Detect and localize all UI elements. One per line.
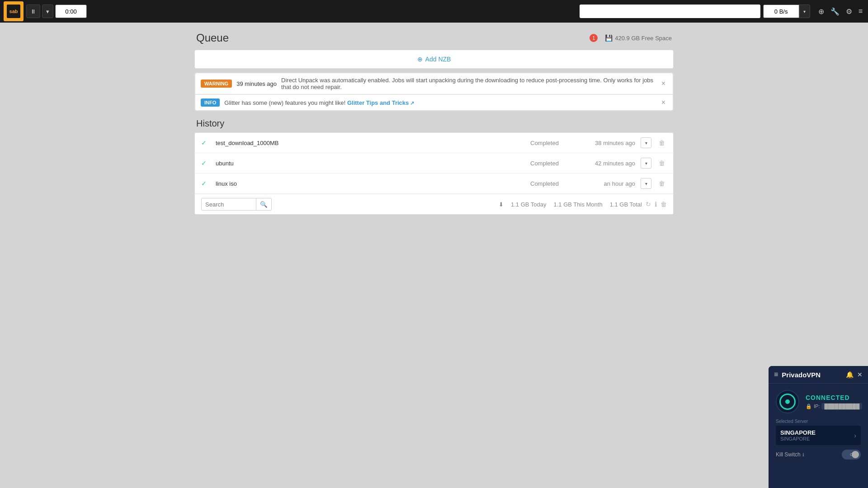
vpn-logo-dot (784, 399, 791, 405)
alert-info: INFO Glitter has some (new) features you… (195, 94, 673, 111)
history-item-status: Completed (530, 180, 576, 187)
history-item-name: ubuntu (216, 160, 525, 167)
free-space: 💾 420.9 GB Free Space (605, 34, 672, 42)
vpn-killswitch-row: Kill Switch ℹ OFF (776, 450, 861, 460)
vpn-logo (776, 390, 799, 413)
vpn-server-country: SINGAPORE (780, 436, 816, 441)
vpn-ip-row: 🔒 IP: ██████████ (806, 403, 862, 409)
history-item-time: an hour ago (581, 180, 635, 187)
vpn-menu-icon[interactable]: ≡ (774, 371, 778, 379)
add-nzb-button[interactable]: ⊕ Add NZB (200, 56, 668, 63)
history-footer: 🔍 ⬇ 1.1 GB Today 1.1 GB This Month 1.1 G… (195, 194, 673, 214)
add-nzb-icon: ⊕ (417, 56, 423, 63)
vpn-killswitch-info-icon[interactable]: ℹ (802, 452, 804, 457)
history-item-status: Completed (530, 160, 576, 167)
nav-controls: ⏸ ▾ 0:00 (26, 5, 87, 18)
alert-info-close[interactable]: × (660, 99, 667, 107)
history-item-name: linux iso (216, 180, 525, 187)
history-search-input[interactable] (202, 198, 256, 210)
alert-warning-message: Direct Unpack was automatically enabled.… (281, 77, 655, 90)
check-icon: ✓ (201, 160, 210, 167)
disk-icon: 💾 (605, 34, 613, 42)
history-row-delete[interactable]: 🗑 (657, 179, 667, 188)
vpn-ip-value: ██████████ (821, 403, 862, 409)
lock-icon: 🔒 (806, 404, 812, 409)
stat-today: ⬇ (499, 201, 504, 208)
history-item-name: test_download_1000MB (216, 140, 525, 146)
alert-info-text: Glitter has some (new) features you migh… (224, 99, 347, 106)
add-nzb-bar: ⊕ Add NZB (194, 50, 674, 69)
history-row-dropdown[interactable]: ▾ (641, 178, 651, 189)
vpn-server-name: SINGAPORE (780, 429, 816, 436)
vpn-logo-ring (779, 394, 796, 410)
queue-header: Queue 1 💾 420.9 GB Free Space (194, 32, 674, 44)
vpn-close-icon[interactable]: ✕ (857, 371, 863, 378)
history-table: ✓ test_download_1000MB Completed 38 minu… (194, 132, 674, 215)
main-content: Queue 1 💾 420.9 GB Free Space ⊕ Add NZB … (194, 23, 674, 224)
vpn-status-info: CONNECTED 🔒 IP: ██████████ (806, 394, 862, 409)
alert-warning-close[interactable]: × (660, 80, 667, 88)
speed-control: 0 B/s ▾ (763, 5, 810, 18)
globe-icon[interactable]: ⊕ (816, 5, 826, 18)
alert-warning-time: 39 minutes ago (236, 80, 277, 87)
time-display: 0:00 (55, 5, 87, 18)
logo-text: sab (7, 5, 20, 18)
vpn-title: PrivadoVPN (782, 371, 842, 379)
history-row-dropdown[interactable]: ▾ (641, 137, 651, 148)
dropdown-button[interactable]: ▾ (42, 5, 53, 18)
warning-badge: WARNING (201, 80, 232, 88)
stat-month-value: 1.1 GB This Month (554, 201, 603, 208)
wrench-icon[interactable]: 🔧 (829, 5, 841, 18)
menu-icon[interactable]: ≡ (857, 5, 864, 17)
delete-all-icon[interactable]: 🗑 (660, 201, 667, 208)
table-row: ✓ ubuntu Completed 42 minutes ago ▾ 🗑 (195, 153, 673, 174)
add-nzb-label: Add NZB (425, 56, 451, 63)
error-count: 1 (590, 34, 598, 42)
vpn-killswitch-text: Kill Switch (776, 451, 801, 458)
queue-meta: 1 💾 420.9 GB Free Space (590, 34, 672, 42)
footer-stats: ⬇ 1.1 GB Today 1.1 GB This Month 1.1 GB … (499, 201, 642, 208)
speed-display: 0 B/s (763, 5, 799, 18)
vpn-server-row[interactable]: SINGAPORE SINGAPORE › (776, 426, 861, 445)
alert-warning: WARNING 39 minutes ago Direct Unpack was… (195, 73, 673, 94)
history-item-time: 42 minutes ago (581, 160, 635, 167)
vpn-killswitch-label: Kill Switch ℹ (776, 451, 804, 458)
footer-icons: ↻ ℹ 🗑 (646, 201, 667, 208)
alert-info-message: Glitter has some (new) features you migh… (224, 99, 655, 106)
vpn-server-label: Selected Server (776, 419, 861, 424)
history-row-delete[interactable]: 🗑 (657, 159, 667, 168)
pause-button[interactable]: ⏸ (26, 5, 40, 18)
vpn-server-arrow-icon: › (854, 432, 856, 439)
vpn-bell-icon[interactable]: 🔔 (846, 371, 854, 378)
alerts-container: WARNING 39 minutes ago Direct Unpack was… (194, 72, 674, 111)
check-icon: ✓ (201, 180, 210, 187)
history-item-time: 38 minutes ago (581, 140, 635, 146)
history-row-dropdown[interactable]: ▾ (641, 158, 651, 169)
history-row-delete[interactable]: 🗑 (657, 138, 667, 147)
nav-search-input[interactable] (580, 5, 760, 18)
logo: sab (4, 1, 24, 21)
topnav: sab ⏸ ▾ 0:00 0 B/s ▾ ⊕ 🔧 ⚙ ≡ (0, 0, 868, 23)
vpn-server-info: SINGAPORE SINGAPORE (780, 429, 816, 441)
vpn-connected-status: CONNECTED (806, 394, 862, 401)
history-item-status: Completed (530, 140, 576, 146)
gear-icon[interactable]: ⚙ (844, 5, 854, 18)
vpn-body: CONNECTED 🔒 IP: ██████████ Selected Serv… (769, 384, 868, 464)
history-title: History (194, 118, 674, 129)
search-wrapper: 🔍 (201, 198, 272, 211)
free-space-value: 420.9 GB Free Space (615, 35, 672, 42)
info-badge: INFO (201, 99, 220, 107)
info-icon[interactable]: ℹ (655, 201, 657, 208)
refresh-icon[interactable]: ↻ (646, 201, 651, 208)
glitter-tips-link[interactable]: Glitter Tips and Tricks (347, 99, 414, 106)
queue-title: Queue (196, 32, 229, 44)
vpn-ip-label: IP: (814, 404, 820, 409)
vpn-panel: ≡ PrivadoVPN 🔔 ✕ CONNECTED 🔒 IP: ███████… (769, 366, 868, 488)
nav-icons: ⊕ 🔧 ⚙ ≡ (816, 5, 864, 18)
vpn-killswitch-toggle[interactable]: OFF (842, 450, 861, 460)
error-badge: 1 (590, 34, 598, 42)
speed-dropdown[interactable]: ▾ (799, 5, 810, 18)
stat-total-value: 1.1 GB Total (610, 201, 642, 208)
vpn-toggle-knob (852, 451, 859, 458)
history-search-button[interactable]: 🔍 (256, 198, 271, 210)
